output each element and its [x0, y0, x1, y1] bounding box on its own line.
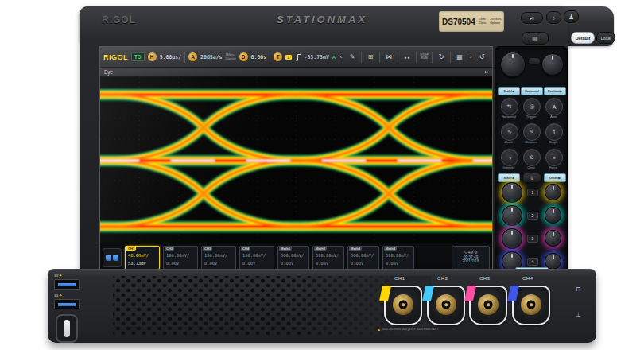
- math-offset: 0.00V: [316, 261, 328, 266]
- single-button[interactable]: 1: [545, 123, 563, 141]
- ch4-enable-button[interactable]: 4: [527, 258, 538, 266]
- delay-value[interactable]: 0.00s: [251, 54, 267, 60]
- scale-fine-button[interactable]: Scale/◀: [498, 87, 520, 95]
- toolbar-divider: [450, 52, 451, 63]
- close-icon[interactable]: ×: [484, 68, 488, 76]
- force-button[interactable]: »: [545, 149, 563, 166]
- trigger-button[interactable]: ◎: [523, 98, 541, 115]
- horizontal-scale-value[interactable]: 5.00μs/: [160, 54, 181, 60]
- channel-box-ch3[interactable]: CH3 100.00mV/ 0.00V: [201, 246, 236, 270]
- auto-button[interactable]: A: [545, 98, 563, 115]
- ch1-enable-button[interactable]: 1: [527, 189, 538, 196]
- trigger-badge[interactable]: T: [274, 52, 282, 61]
- horizontal-label: Horizontal: [499, 115, 519, 119]
- acquisition-mode-badge[interactable]: TD: [131, 52, 145, 61]
- wave-icon: ∿: [464, 251, 467, 255]
- display-screen: RIGOL TD H 5.00μs/ A 20GSa/s 1Mpts 50ps/…: [99, 46, 493, 272]
- math-box-1[interactable]: Math1 500.00mV/ 0.00V: [277, 246, 309, 270]
- ch3-scale-knob[interactable]: [502, 228, 522, 249]
- ch1-offset-knob[interactable]: [545, 184, 561, 200]
- touch-lock-button[interactable]: ♁: [546, 11, 561, 24]
- channel-box-ch4[interactable]: CH4 100.00mV/ 0.00V: [239, 246, 274, 270]
- default-button[interactable]: Default: [571, 32, 595, 44]
- math-tab: Math2: [314, 247, 327, 251]
- display-mode-icon[interactable]: [103, 248, 122, 267]
- channel-offset: 0.00V: [166, 261, 179, 266]
- horizontal-position-knob[interactable]: [541, 53, 564, 76]
- ch2-connector-label: CH2: [437, 276, 448, 281]
- ch3-offset-knob[interactable]: [545, 230, 561, 247]
- local-button[interactable]: Local: [596, 32, 615, 44]
- clear-icon: ⊘: [530, 154, 534, 161]
- screenshot-button[interactable]: ▥: [522, 32, 549, 45]
- position-button-pill[interactable]: Position/▶: [544, 87, 566, 95]
- scale-fine-label: Scale/◀: [503, 90, 514, 93]
- ch3-enable-button[interactable]: 3: [527, 235, 538, 243]
- horizontal-button-pill[interactable]: Horizontal: [521, 87, 543, 95]
- ch4-connector-label: CH4: [522, 276, 533, 281]
- warning-text: 50Ω ±5V RMS 1MΩ∥17pF 300V RMS CAT I: [382, 328, 438, 331]
- channel-box-ch2[interactable]: CH2 100.00mV/ 0.00V: [163, 246, 198, 270]
- search-icon[interactable]: ●●: [402, 55, 413, 60]
- intensity-icon: ◑: [508, 155, 511, 161]
- position-pill-label: Position/▶: [548, 90, 562, 93]
- vertical-nav-button[interactable]: ⇅: [522, 173, 541, 183]
- ch4-bnc-connector[interactable]: [512, 286, 550, 325]
- refresh-icon[interactable]: ↺: [476, 53, 487, 60]
- ch3-connector-label: CH3: [479, 276, 491, 281]
- ch1-scale-knob[interactable]: [502, 182, 522, 203]
- layout-icon[interactable]: ⊞: [365, 53, 376, 60]
- sample-rate-value[interactable]: 20GSa/s: [200, 54, 222, 60]
- math-offset: 0.00V: [281, 261, 293, 266]
- ch1-bnc-connector[interactable]: [384, 286, 422, 325]
- horizontal-menu-button[interactable]: [528, 57, 541, 65]
- ch3-bnc-connector[interactable]: [469, 286, 507, 325]
- ch2-enable-button[interactable]: 2: [527, 212, 538, 220]
- clear-button[interactable]: ⊘: [523, 149, 541, 166]
- delay-badge[interactable]: D: [239, 52, 248, 61]
- acquire-badge[interactable]: A: [188, 52, 197, 61]
- channel-box-ch1[interactable]: CH1 48.06mV/ 53.73mV: [125, 246, 160, 270]
- ch2-bnc-connector[interactable]: [427, 286, 465, 325]
- trigger-label: Trigger: [521, 115, 541, 119]
- trigger-level-value[interactable]: -53.73mV: [305, 54, 329, 60]
- annotate-pencil-icon[interactable]: ✎: [347, 53, 358, 60]
- math-tab: Math1: [279, 247, 292, 251]
- measure-icon: ✎: [530, 129, 534, 135]
- horizontal-badge[interactable]: H: [148, 52, 157, 61]
- horizontal-button[interactable]: ⇆: [501, 98, 518, 115]
- usb-port-2[interactable]: [54, 299, 80, 309]
- ch1-number: 1: [532, 190, 534, 195]
- record-icon[interactable]: ↻: [436, 53, 447, 60]
- measure-button[interactable]: ✎: [523, 123, 541, 141]
- toolbar-divider: [361, 52, 362, 63]
- ch2-scale-knob[interactable]: [502, 205, 522, 226]
- run-stop-icon[interactable]: STOP RUN: [420, 54, 429, 60]
- power-button[interactable]: [56, 314, 78, 343]
- zoom-icon: ∿: [507, 129, 512, 135]
- channel-tab: CH3: [203, 247, 212, 251]
- apps-grid-icon[interactable]: ▦: [454, 53, 465, 60]
- math-box-2[interactable]: Math2 500.00mV/ 0.00V: [312, 246, 344, 270]
- run-pause-button[interactable]: ▸‖: [521, 12, 543, 24]
- math-box-4[interactable]: Math4 500.00mV/ 0.00V: [382, 246, 414, 270]
- intensity-button[interactable]: ◑: [501, 149, 518, 166]
- channel-offset: 0.00V: [242, 261, 255, 266]
- memory-depth-stack: 1Mpts 50ps/pt: [225, 53, 235, 60]
- trigger-source[interactable]: 1: [285, 55, 291, 60]
- vertical-offset-pill[interactable]: Offset/▶: [544, 173, 566, 182]
- horizontal-scale-knob[interactable]: [500, 52, 526, 77]
- clock-box[interactable]: ∿ 4M ⚙ 09:37:49 2021/7/18: [452, 246, 490, 270]
- vertical-scale-pill[interactable]: Scale/◀: [498, 173, 520, 182]
- math-scale: 500.00mV/: [281, 253, 304, 258]
- collapse-icon[interactable]: ‹: [339, 53, 343, 60]
- usb-port-1[interactable]: [54, 279, 80, 290]
- math-box-3[interactable]: Math3 500.00mV/ 0.00V: [347, 246, 379, 270]
- math-tab: Math3: [349, 247, 362, 251]
- more-chevron-icon[interactable]: ›: [468, 53, 473, 60]
- zoom-button[interactable]: ∿: [501, 123, 518, 141]
- eye-diagram-icon[interactable]: ⋈: [383, 53, 394, 60]
- user-button[interactable]: ♟: [564, 10, 579, 23]
- toolbar-divider: [379, 52, 380, 63]
- ch2-offset-knob[interactable]: [545, 207, 561, 224]
